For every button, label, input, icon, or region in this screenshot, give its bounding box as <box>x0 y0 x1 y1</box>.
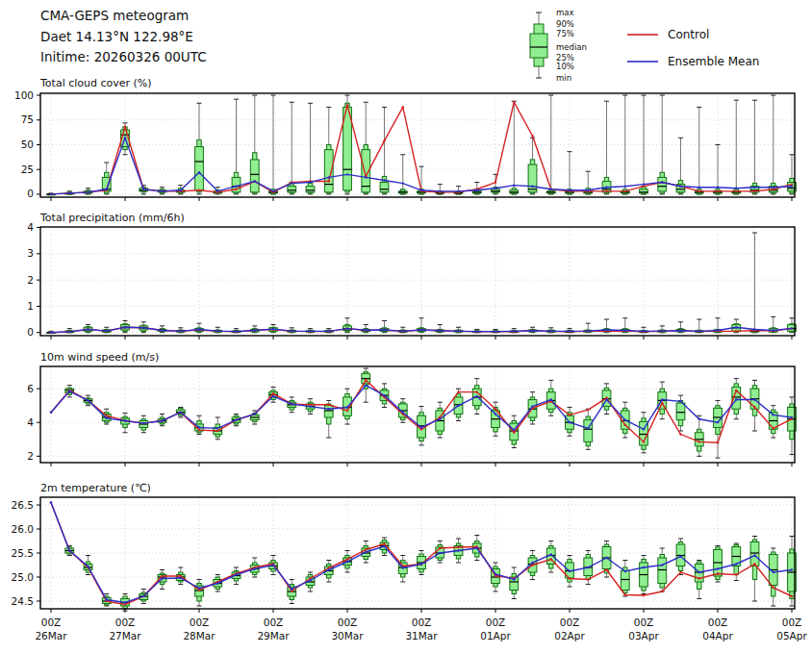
ensemble-mean-marker <box>605 398 607 400</box>
ensemble-mean-marker <box>309 579 311 581</box>
ensemble-mean-marker <box>624 418 626 420</box>
y-tick-label: 25 <box>21 164 34 175</box>
ensemble-mean-marker <box>569 330 571 332</box>
control-marker <box>550 558 552 560</box>
ensemble-mean-marker <box>717 421 719 423</box>
ensemble-mean-marker <box>587 189 589 191</box>
control-marker <box>661 402 663 404</box>
ensemble-mean-marker <box>198 328 200 330</box>
y-tick-label: 0 <box>27 188 34 199</box>
ensemble-mean-marker <box>773 329 774 331</box>
ensemble-mean-marker <box>773 187 774 189</box>
ensemble-mean-marker <box>569 570 571 572</box>
ensemble-mean-marker <box>439 190 441 192</box>
ensemble-mean-marker <box>476 395 478 397</box>
legend-control-label: Control <box>668 28 709 41</box>
y-tick-label: 100 <box>14 89 34 101</box>
ensemble-mean-marker <box>106 417 108 419</box>
control-marker <box>439 547 441 549</box>
ensemble-mean-marker <box>439 418 441 420</box>
control-marker <box>717 572 719 574</box>
y-tick-label: 6 <box>27 383 34 394</box>
box-25-75 <box>658 177 667 190</box>
legend-box-label: 10% <box>556 62 574 71</box>
ensemble-mean-marker <box>106 189 108 190</box>
ensemble-mean-marker <box>661 330 663 332</box>
ensemble-mean-marker <box>624 185 626 187</box>
x-axis-label-day: 29Mar <box>257 630 290 641</box>
ensemble-mean-marker <box>87 328 89 330</box>
ensemble-mean-marker <box>495 573 496 575</box>
ensemble-mean-marker <box>791 327 793 329</box>
ensemble-mean-marker <box>679 555 681 557</box>
y-tick-label: 50 <box>21 138 34 150</box>
control-marker <box>791 183 793 185</box>
ensemble-mean-marker <box>420 189 422 191</box>
y-tick-label: 24.5 <box>12 595 34 607</box>
ensemble-mean-marker <box>198 426 200 428</box>
ensemble-mean-marker <box>495 330 496 332</box>
x-axis-label-utc: 00Z <box>264 616 284 628</box>
ensemble-mean-marker <box>513 184 515 186</box>
control-marker <box>661 591 663 592</box>
ensemble-mean-marker <box>142 595 144 597</box>
control-marker <box>773 189 774 190</box>
ensemble-mean-marker <box>180 412 182 414</box>
meteogram-chart: 02550751000123424624.525.025.526.026.500… <box>0 0 812 654</box>
ensemble-mean-marker <box>291 588 292 590</box>
ensemble-mean-marker <box>531 562 533 564</box>
x-axis-label-day: 26Mar <box>35 630 67 641</box>
ensemble-mean-marker <box>698 187 700 189</box>
legend-box-label: median <box>556 42 587 52</box>
control-marker <box>624 424 626 426</box>
ensemble-mean-marker <box>198 587 200 589</box>
control-marker <box>235 189 237 190</box>
ensemble-mean-marker <box>272 395 274 397</box>
ensemble-mean-marker <box>142 327 144 329</box>
ensemble-mean-marker <box>476 189 478 191</box>
ensemble-mean-marker <box>365 384 367 386</box>
ensemble-mean-marker <box>550 189 552 190</box>
x-axis-label-day: 05Apr <box>776 630 807 641</box>
ensemble-mean-marker <box>235 330 237 332</box>
control-marker <box>161 575 163 577</box>
ensemble-mean-marker <box>235 418 237 420</box>
ensemble-mean-marker <box>309 405 311 407</box>
ensemble-mean-marker <box>272 190 274 192</box>
ensemble-mean-marker <box>106 330 108 332</box>
ensemble-mean-marker <box>124 326 126 328</box>
header: CMA-GEPS meteogram Daet 14.13°N 122.98°E… <box>40 6 207 68</box>
y-tick-label: 75 <box>21 113 34 125</box>
ensemble-mean-marker <box>328 176 330 178</box>
ensemble-mean-marker <box>753 187 755 189</box>
x-axis-label-day: 04Apr <box>702 630 733 641</box>
box-25-75 <box>676 403 685 420</box>
control-marker <box>791 595 793 597</box>
ensemble-mean-marker <box>513 330 515 332</box>
ensemble-mean-marker <box>365 176 367 178</box>
ensemble-mean-marker <box>235 573 237 575</box>
ensemble-mean-marker <box>216 190 218 192</box>
control-marker <box>569 414 571 415</box>
ensemble-mean-marker <box>679 330 681 332</box>
ensemble-mean-marker <box>531 405 533 407</box>
control-marker <box>365 379 367 381</box>
control-marker <box>679 433 681 435</box>
panel-title-temp: 2m temperature (℃) <box>40 482 151 494</box>
ensemble-mean-marker <box>457 549 459 551</box>
control-marker <box>643 440 645 442</box>
ensemble-mean-marker <box>717 567 719 569</box>
ensemble-mean-marker <box>50 412 52 414</box>
ensemble-mean-marker <box>753 554 755 556</box>
ensemble-mean-marker <box>550 330 552 332</box>
ensemble-mean-marker <box>50 193 52 195</box>
ensemble-mean-marker <box>531 330 533 332</box>
ensemble-mean-marker <box>773 414 774 415</box>
ensemble-mean-marker <box>402 182 404 184</box>
ensemble-mean-marker <box>476 547 478 549</box>
control-marker <box>735 390 737 391</box>
x-axis-label-utc: 00Z <box>708 616 728 628</box>
control-marker <box>643 185 645 187</box>
ensemble-mean-marker <box>328 330 330 332</box>
control-marker <box>679 571 681 573</box>
